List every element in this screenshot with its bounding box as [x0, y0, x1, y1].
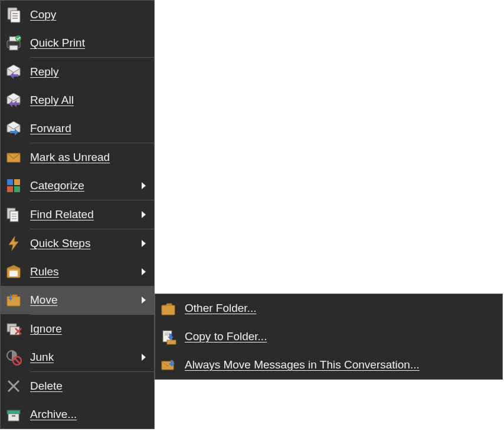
menu-item-label: Forward [30, 122, 149, 135]
menu-item-delete[interactable]: Delete [1, 372, 154, 400]
menu-item-label: Other Folder... [185, 302, 498, 315]
menu-item-label: Ignore [30, 322, 149, 335]
submenu-arrow-icon [142, 297, 146, 304]
menu-item-label: Mark as Unread [30, 151, 149, 164]
menu-item-mark-unread[interactable]: Mark as Unread [1, 143, 154, 172]
menu-item-label: Always Move Messages in This Conversatio… [185, 358, 498, 371]
menu-item-label: Find Related [30, 208, 142, 221]
menu-item-label: Junk [30, 351, 142, 364]
menu-item-move[interactable]: Move [1, 286, 154, 314]
menu-item-label: Quick Print [30, 37, 149, 50]
menu-item-categorize[interactable]: Categorize [1, 172, 154, 200]
mark-unread-icon [5, 149, 22, 166]
reply-icon [5, 64, 22, 80]
other-folder-icon [160, 300, 176, 317]
menu-item-label: Rules [30, 265, 142, 278]
menu-item-label: Delete [30, 380, 149, 393]
find-related-icon [5, 206, 22, 223]
menu-item-reply-all[interactable]: Reply All [1, 86, 154, 114]
junk-icon [5, 349, 22, 365]
rules-icon [5, 264, 22, 280]
menu-item-other-folder[interactable]: Other Folder... [155, 294, 502, 322]
menu-item-label: Reply All [30, 94, 149, 107]
menu-item-label: Quick Steps [30, 237, 142, 250]
archive-icon [5, 406, 22, 423]
menu-item-quick-steps[interactable]: Quick Steps [1, 229, 154, 258]
menu-item-copy[interactable]: Copy [1, 1, 154, 29]
menu-item-forward[interactable]: Forward [1, 114, 154, 143]
context-menu: CopyQuick PrintReplyReply AllForwardMark… [0, 0, 155, 429]
menu-item-always-move[interactable]: Always Move Messages in This Conversatio… [155, 351, 502, 379]
menu-item-reply[interactable]: Reply [1, 58, 154, 86]
categorize-icon [5, 177, 22, 194]
reply-all-icon [5, 92, 22, 108]
submenu-arrow-icon [142, 211, 146, 218]
quick-print-icon [5, 35, 22, 51]
menu-item-quick-print[interactable]: Quick Print [1, 29, 154, 57]
submenu-arrow-icon [142, 268, 146, 275]
menu-item-junk[interactable]: Junk [1, 343, 154, 371]
menu-item-label: Reply [30, 65, 149, 78]
menu-item-label: Move [30, 294, 142, 307]
always-move-icon [160, 357, 176, 373]
menu-item-ignore[interactable]: Ignore [1, 315, 154, 343]
copy-icon [5, 6, 22, 23]
move-submenu: Other Folder...Copy to Folder...Always M… [155, 294, 503, 380]
ignore-icon [5, 321, 22, 337]
menu-item-label: Copy to Folder... [185, 330, 498, 343]
move-icon [5, 292, 22, 308]
menu-item-rules[interactable]: Rules [1, 258, 154, 286]
submenu-arrow-icon [142, 182, 146, 189]
menu-item-label: Copy [30, 8, 149, 21]
submenu-arrow-icon [142, 240, 146, 247]
quick-steps-icon [5, 235, 22, 252]
menu-item-find-related[interactable]: Find Related [1, 200, 154, 229]
delete-icon [5, 378, 22, 394]
submenu-arrow-icon [142, 354, 146, 361]
menu-item-archive[interactable]: Archive... [1, 400, 154, 429]
menu-item-copy-to-folder[interactable]: Copy to Folder... [155, 322, 502, 351]
forward-icon [5, 120, 22, 137]
menu-item-label: Categorize [30, 179, 142, 192]
copy-to-folder-icon [160, 328, 176, 345]
menu-item-label: Archive... [30, 408, 149, 421]
